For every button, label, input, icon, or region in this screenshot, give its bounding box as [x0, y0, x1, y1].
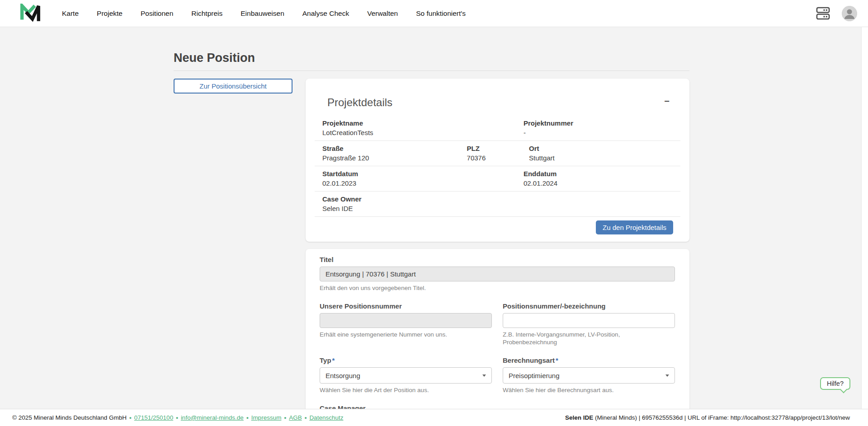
projektnummer-value: -	[524, 128, 680, 137]
typ-help-text: Wählen Sie hier die Art der Position aus…	[320, 386, 492, 394]
nav-item-verwalten[interactable]: Verwalten	[367, 9, 398, 18]
berechnungsart-select-value: Preisoptimierung	[509, 372, 560, 379]
typ-field-group: Typ* Entsorgung Wählen Sie hier die Art …	[320, 356, 492, 394]
user-avatar-icon[interactable]	[842, 6, 857, 21]
positionsnummer-field-group: Positionsnummer/-bezeichnung Z.B. Intern…	[503, 302, 675, 346]
details-row-4: Case Owner Selen IDE	[315, 192, 680, 217]
footer-separator: •	[246, 414, 249, 421]
top-navbar: Karte Projekte Positionen Richtpreis Ein…	[0, 0, 868, 27]
session-info: Selen IDE (Mineral Minds) | 69576255536d…	[565, 414, 850, 421]
nav-item-richtpreis[interactable]: Richtpreis	[191, 9, 222, 18]
footer-separator: •	[129, 414, 132, 421]
berechnungsart-select[interactable]: Preisoptimierung	[503, 367, 675, 384]
footer-left: © 2025 Mineral Minds Deutschland GmbH • …	[12, 414, 343, 421]
main-content: Neue Position Zur Positionsübersicht Pro…	[174, 27, 689, 426]
titel-label: Titel	[320, 255, 675, 264]
page-title: Neue Position	[174, 51, 689, 65]
to-project-details-button[interactable]: Zu den Projektdetails	[596, 220, 673, 234]
nav-item-positionen[interactable]: Positionen	[141, 9, 173, 18]
nav-item-so-funktionierts[interactable]: So funktioniert's	[416, 9, 466, 18]
navbar-right	[816, 6, 857, 21]
titel-help-text: Erhält den von uns vorgegebenen Titel.	[320, 284, 675, 292]
back-to-positions-button[interactable]: Zur Positionsübersicht	[174, 79, 292, 94]
typ-label-text: Typ	[320, 356, 331, 364]
help-button[interactable]: Hilfe?	[820, 377, 850, 390]
footer-separator: •	[284, 414, 286, 421]
case-owner-label: Case Owner	[322, 195, 680, 203]
enddatum-label: Enddatum	[524, 169, 680, 178]
strasse-value: Pragstraße 120	[322, 154, 459, 163]
chevron-down-icon	[665, 375, 669, 377]
server-dns-icon[interactable]	[816, 6, 830, 20]
plz-value: 70376	[467, 154, 522, 163]
positionsnummer-label: Positionsnummer/-bezeichnung	[503, 302, 675, 310]
unsere-positionsnummer-help-text: Erhält eine systemgenerierte Nummer von …	[320, 331, 492, 338]
berechnungsart-label-text: Berechnungsart	[503, 356, 555, 364]
project-details-card: Projektdetails − Projektname LotCreation…	[306, 79, 689, 242]
ort-label: Ort	[529, 144, 680, 153]
nav-item-karte[interactable]: Karte	[62, 9, 79, 18]
startdatum-label: Startdatum	[322, 169, 516, 178]
enddatum-value: 02.01.2024	[524, 179, 680, 188]
typ-select-value: Entsorgung	[326, 372, 360, 379]
nav-item-einbauweisen[interactable]: Einbauweisen	[241, 9, 284, 18]
nav-item-projekte[interactable]: Projekte	[97, 9, 123, 18]
nav-item-analyse-check[interactable]: Analyse Check	[302, 9, 349, 18]
footer-separator: •	[176, 414, 178, 421]
berechnungsart-help-text: Wählen Sie hier die Berechnungsart aus.	[503, 386, 675, 394]
typ-label: Typ*	[320, 356, 492, 365]
projektnummer-label: Projektnummer	[524, 119, 680, 127]
projektname-value: LotCreationTests	[322, 128, 516, 137]
mineral-minds-logo-icon[interactable]	[20, 4, 41, 23]
details-row-2: Straße Pragstraße 120 PLZ 70376 Ort Stut…	[315, 141, 680, 166]
session-details: (Mineral Minds) | 69576255536d | URL of …	[593, 414, 850, 421]
strasse-label: Straße	[322, 144, 459, 153]
project-card-title: Projektdetails	[327, 96, 392, 109]
titel-field-group: Titel Erhält den von uns vorgegebenen Ti…	[320, 255, 675, 292]
new-position-form-card: Titel Erhält den von uns vorgegebenen Ti…	[306, 249, 689, 426]
agb-link[interactable]: AGB	[289, 414, 302, 421]
startdatum-value: 02.01.2023	[322, 179, 516, 188]
footer: © 2025 Mineral Minds Deutschland GmbH • …	[0, 409, 868, 426]
ort-value: Stuttgart	[529, 154, 680, 163]
impressum-link[interactable]: Impressum	[251, 414, 282, 421]
unsere-positionsnummer-input	[320, 313, 492, 328]
details-row-1: Projektname LotCreationTests Projektnumm…	[315, 116, 680, 141]
chevron-down-icon	[482, 375, 486, 377]
collapse-minus-icon[interactable]: −	[662, 96, 671, 107]
positionsnummer-help-text: Z.B. Interne-Vorgangsnummer, LV-Position…	[503, 331, 675, 346]
unsere-positionsnummer-label: Unsere Positionsnummer	[320, 302, 492, 310]
phone-link[interactable]: 07151/250100	[134, 414, 173, 421]
session-user-name: Selen IDE	[565, 414, 593, 421]
typ-select[interactable]: Entsorgung	[320, 367, 492, 384]
plz-label: PLZ	[467, 144, 522, 153]
titel-input	[320, 267, 675, 281]
email-link[interactable]: info@mineral-minds.de	[181, 414, 244, 421]
footer-separator: •	[305, 414, 307, 421]
berechnungsart-field-group: Berechnungsart* Preisoptimierung Wählen …	[503, 356, 675, 394]
unsere-positionsnummer-field-group: Unsere Positionsnummer Erhält eine syste…	[320, 302, 492, 346]
berechnungsart-required-asterisk: *	[556, 356, 558, 364]
project-details-table: Projektname LotCreationTests Projektnumm…	[315, 116, 680, 217]
left-column: Zur Positionsübersicht	[174, 79, 292, 94]
main-nav: Karte Projekte Positionen Richtpreis Ein…	[62, 9, 466, 18]
right-column: Projektdetails − Projektname LotCreation…	[306, 79, 689, 426]
datenschutz-link[interactable]: Datenschutz	[309, 414, 343, 421]
copyright-text: © 2025 Mineral Minds Deutschland GmbH	[12, 414, 127, 421]
iframe-scrollbar[interactable]	[861, 27, 868, 426]
positionsnummer-input[interactable]	[503, 313, 675, 328]
berechnungsart-label: Berechnungsart*	[503, 356, 675, 365]
typ-required-asterisk: *	[332, 356, 335, 364]
title-divider	[174, 70, 689, 71]
details-row-3: Startdatum 02.01.2023 Enddatum 02.01.202…	[315, 166, 680, 192]
projektname-label: Projektname	[322, 119, 516, 127]
case-owner-value: Selen IDE	[322, 204, 680, 213]
